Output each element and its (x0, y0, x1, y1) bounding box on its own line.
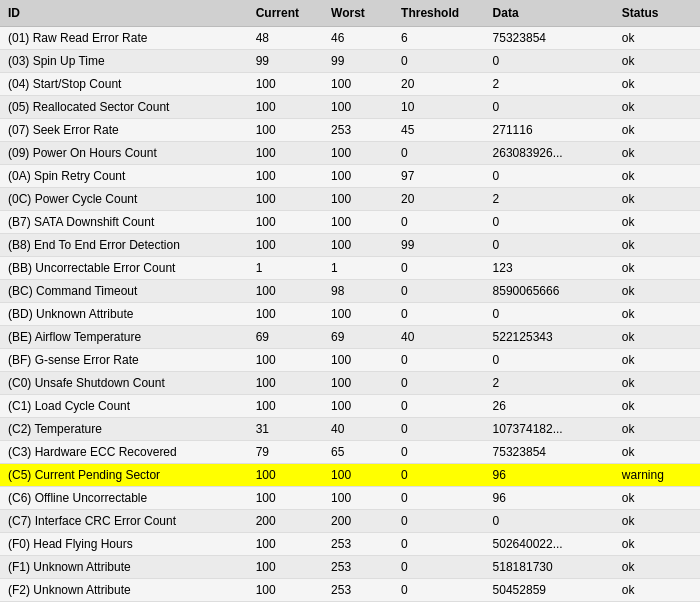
cell-data: 2 (485, 188, 614, 211)
col-header-threshold: Threshold (393, 0, 485, 27)
cell-data: 522125343 (485, 326, 614, 349)
table-row: (C3) Hardware ECC Recovered7965075323854… (0, 441, 700, 464)
table-row: (B7) SATA Downshift Count10010000ok (0, 211, 700, 234)
cell-threshold: 45 (393, 119, 485, 142)
cell-worst: 65 (323, 441, 393, 464)
cell-threshold: 99 (393, 234, 485, 257)
cell-current: 100 (248, 579, 323, 602)
cell-worst: 100 (323, 211, 393, 234)
cell-current: 100 (248, 487, 323, 510)
cell-data: 123 (485, 257, 614, 280)
cell-status: ok (614, 487, 700, 510)
cell-status: ok (614, 211, 700, 234)
cell-worst: 100 (323, 487, 393, 510)
cell-worst: 100 (323, 303, 393, 326)
cell-data: 8590065666 (485, 280, 614, 303)
col-header-status: Status (614, 0, 700, 27)
table-row: (03) Spin Up Time999900ok (0, 50, 700, 73)
cell-worst: 100 (323, 464, 393, 487)
cell-status: ok (614, 441, 700, 464)
cell-current: 48 (248, 27, 323, 50)
cell-id: (03) Spin Up Time (0, 50, 248, 73)
table-row: (F2) Unknown Attribute100253050452859ok (0, 579, 700, 602)
smart-table: ID Current Worst Threshold Data Status (… (0, 0, 700, 602)
cell-current: 100 (248, 349, 323, 372)
cell-threshold: 0 (393, 441, 485, 464)
cell-id: (F0) Head Flying Hours (0, 533, 248, 556)
cell-current: 100 (248, 73, 323, 96)
cell-worst: 100 (323, 349, 393, 372)
cell-threshold: 0 (393, 349, 485, 372)
cell-worst: 100 (323, 142, 393, 165)
table-row: (C2) Temperature31400107374182...ok (0, 418, 700, 441)
cell-worst: 100 (323, 395, 393, 418)
cell-id: (BB) Uncorrectable Error Count (0, 257, 248, 280)
table-row: (01) Raw Read Error Rate4846675323854ok (0, 27, 700, 50)
cell-id: (0C) Power Cycle Count (0, 188, 248, 211)
cell-id: (C1) Load Cycle Count (0, 395, 248, 418)
cell-id: (C0) Unsafe Shutdown Count (0, 372, 248, 395)
cell-worst: 200 (323, 510, 393, 533)
cell-id: (0A) Spin Retry Count (0, 165, 248, 188)
cell-threshold: 0 (393, 211, 485, 234)
cell-data: 107374182... (485, 418, 614, 441)
cell-worst: 40 (323, 418, 393, 441)
cell-status: ok (614, 280, 700, 303)
table-row: (BF) G-sense Error Rate10010000ok (0, 349, 700, 372)
cell-data: 0 (485, 303, 614, 326)
cell-status: ok (614, 510, 700, 533)
cell-id: (04) Start/Stop Count (0, 73, 248, 96)
cell-current: 100 (248, 372, 323, 395)
cell-id: (09) Power On Hours Count (0, 142, 248, 165)
cell-data: 26 (485, 395, 614, 418)
cell-current: 79 (248, 441, 323, 464)
table-row: (C0) Unsafe Shutdown Count10010002ok (0, 372, 700, 395)
cell-current: 31 (248, 418, 323, 441)
cell-threshold: 0 (393, 487, 485, 510)
table-row: (BC) Command Timeout1009808590065666ok (0, 280, 700, 303)
cell-status: ok (614, 257, 700, 280)
cell-status: ok (614, 142, 700, 165)
table-row: (C6) Offline Uncorrectable100100096ok (0, 487, 700, 510)
table-row: (BE) Airflow Temperature696940522125343o… (0, 326, 700, 349)
cell-threshold: 0 (393, 303, 485, 326)
cell-status: ok (614, 234, 700, 257)
cell-worst: 69 (323, 326, 393, 349)
cell-worst: 253 (323, 119, 393, 142)
cell-id: (BD) Unknown Attribute (0, 303, 248, 326)
cell-data: 0 (485, 50, 614, 73)
cell-worst: 100 (323, 96, 393, 119)
cell-id: (B7) SATA Downshift Count (0, 211, 248, 234)
table-row: (F1) Unknown Attribute1002530518181730ok (0, 556, 700, 579)
cell-threshold: 0 (393, 372, 485, 395)
cell-threshold: 0 (393, 579, 485, 602)
cell-status: ok (614, 188, 700, 211)
cell-status: ok (614, 165, 700, 188)
table-row: (05) Reallocated Sector Count100100100ok (0, 96, 700, 119)
cell-current: 100 (248, 96, 323, 119)
cell-worst: 253 (323, 579, 393, 602)
cell-threshold: 40 (393, 326, 485, 349)
cell-status: ok (614, 96, 700, 119)
cell-threshold: 20 (393, 73, 485, 96)
cell-worst: 253 (323, 556, 393, 579)
cell-status: ok (614, 533, 700, 556)
table-row: (04) Start/Stop Count100100202ok (0, 73, 700, 96)
cell-data: 75323854 (485, 27, 614, 50)
cell-current: 100 (248, 165, 323, 188)
cell-threshold: 0 (393, 418, 485, 441)
cell-id: (BF) G-sense Error Rate (0, 349, 248, 372)
cell-status: ok (614, 119, 700, 142)
cell-current: 100 (248, 395, 323, 418)
cell-data: 96 (485, 487, 614, 510)
cell-status: ok (614, 418, 700, 441)
cell-status: ok (614, 27, 700, 50)
table-row: (0A) Spin Retry Count100100970ok (0, 165, 700, 188)
cell-id: (C6) Offline Uncorrectable (0, 487, 248, 510)
cell-worst: 100 (323, 234, 393, 257)
cell-current: 99 (248, 50, 323, 73)
cell-data: 263083926... (485, 142, 614, 165)
cell-current: 100 (248, 533, 323, 556)
cell-current: 200 (248, 510, 323, 533)
table-row: (C5) Current Pending Sector100100096warn… (0, 464, 700, 487)
